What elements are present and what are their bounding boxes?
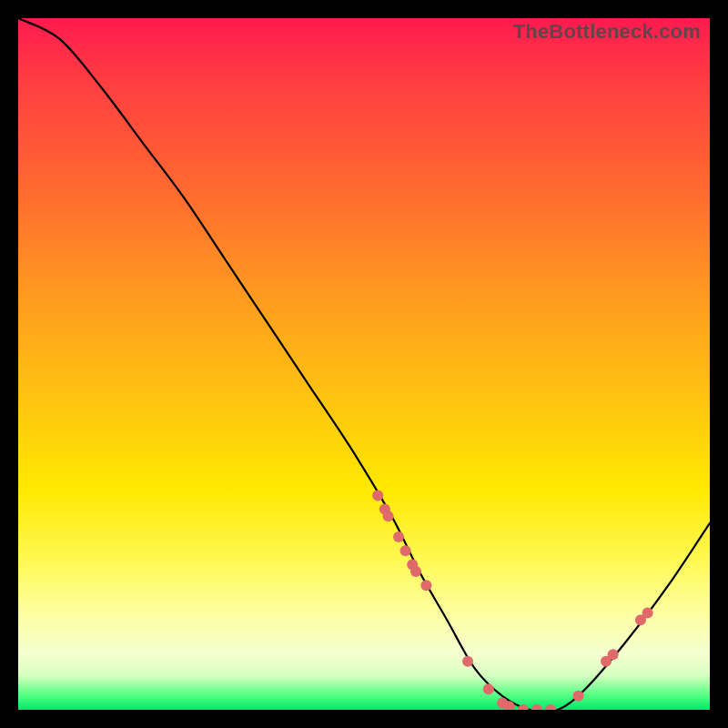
curve-marker bbox=[400, 545, 411, 556]
curve-marker bbox=[462, 656, 473, 667]
curve-marker bbox=[635, 614, 646, 625]
curve-marker bbox=[531, 704, 542, 710]
curve-marker bbox=[573, 691, 584, 702]
curve-marker bbox=[504, 701, 515, 710]
curve-marker bbox=[379, 504, 390, 515]
curve-marker bbox=[601, 656, 612, 667]
curve-marker bbox=[407, 559, 418, 570]
curve-marker bbox=[497, 697, 508, 708]
curve-marker bbox=[420, 580, 431, 591]
chart-svg bbox=[18, 18, 710, 710]
curve-marker bbox=[393, 531, 404, 542]
curve-markers bbox=[372, 490, 652, 710]
watermark-label: TheBottleneck.com bbox=[513, 20, 701, 44]
curve-marker bbox=[483, 683, 494, 694]
bottleneck-curve bbox=[18, 18, 710, 710]
curve-marker bbox=[608, 649, 619, 660]
curve-marker bbox=[642, 608, 653, 619]
curve-marker bbox=[410, 566, 421, 577]
curve-marker bbox=[545, 704, 556, 710]
curve-marker bbox=[383, 511, 394, 521]
curve-marker bbox=[372, 490, 383, 500]
curve-marker bbox=[518, 704, 529, 710]
chart-plot-area: TheBottleneck.com bbox=[18, 18, 710, 710]
